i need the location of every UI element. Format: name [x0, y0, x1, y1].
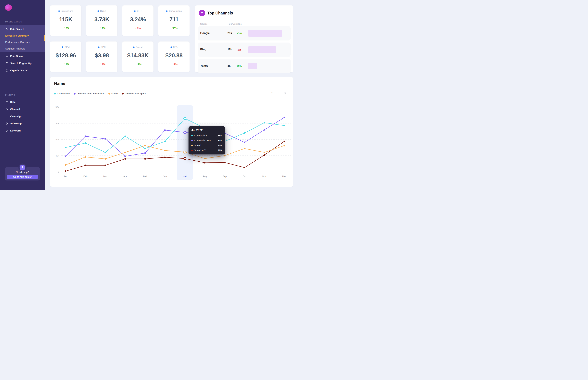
x-axis-label-oct[interactable]: Oct: [243, 175, 246, 178]
channel-bar: [248, 46, 276, 53]
data-point[interactable]: [204, 158, 206, 159]
data-point[interactable]: [124, 135, 126, 137]
data-point[interactable]: [144, 158, 146, 160]
sidebar-item-ad-group[interactable]: Ad Group: [0, 120, 45, 127]
data-point[interactable]: [164, 150, 166, 151]
tooltip-row-spend: Spend85K: [191, 144, 222, 147]
x-axis-label-mar[interactable]: Mar: [103, 175, 107, 178]
x-axis-label-dec[interactable]: Dec: [282, 175, 286, 178]
data-point[interactable]: [204, 162, 206, 163]
legend-item-previous-year-conversions[interactable]: Previous Year Conversions: [74, 92, 104, 95]
data-point[interactable]: [244, 148, 245, 149]
series-line-previous-year-spend: [65, 141, 284, 171]
data-point[interactable]: [104, 165, 106, 166]
data-point[interactable]: [164, 141, 166, 142]
sort-down-icon[interactable]: ↓: [277, 91, 279, 95]
data-point[interactable]: [244, 142, 245, 143]
legend-item-spend[interactable]: Spend: [108, 92, 118, 95]
x-axis-label-aug[interactable]: Aug: [203, 175, 207, 178]
question-icon[interactable]: ?: [19, 165, 25, 171]
data-point[interactable]: [85, 165, 86, 166]
data-point[interactable]: [284, 141, 285, 142]
data-point[interactable]: [85, 156, 86, 158]
sidebar-item-keyword[interactable]: Keyword: [0, 127, 45, 134]
sidebar-group-label: Paid Search: [10, 28, 24, 31]
x-axis-label-feb[interactable]: Feb: [83, 175, 87, 178]
sidebar-item-channel[interactable]: Channel: [0, 106, 45, 113]
data-point[interactable]: [264, 122, 265, 123]
data-point[interactable]: [284, 117, 285, 118]
x-axis-label-jan[interactable]: Jan: [64, 175, 67, 178]
x-axis-label-apr[interactable]: Apr: [123, 175, 127, 178]
data-point[interactable]: [104, 152, 106, 153]
trend-arrow-icon: ↓: [62, 63, 64, 66]
tooltip-dot-icon: [191, 135, 193, 136]
sidebar-item-segment-analysis[interactable]: Segment Analysis: [0, 45, 45, 52]
data-point[interactable]: [244, 167, 245, 168]
x-axis-label-sep[interactable]: Sep: [223, 175, 227, 178]
data-point[interactable]: [85, 135, 86, 137]
app-logo[interactable]: im: [5, 4, 12, 11]
line-chart[interactable]: 200k150k100k50k0JanFebMarAprMeiJunJulAug…: [50, 98, 293, 186]
channel-row-google[interactable]: Google21k+3%: [198, 26, 291, 40]
data-point[interactable]: [284, 145, 285, 147]
x-axis-label-nov[interactable]: Nov: [262, 175, 266, 178]
data-point[interactable]: [164, 129, 166, 131]
data-point-highlight[interactable]: [184, 151, 186, 153]
sidebar-item-paid-social[interactable]: Paid Social: [0, 53, 45, 60]
chart-toolbar: ↑ ↓: [271, 91, 287, 95]
data-point[interactable]: [65, 164, 66, 166]
metric-label: Clicks: [86, 10, 117, 12]
sidebar-item-campaign[interactable]: Campaign: [0, 113, 45, 120]
metric-delta: ↓ 12%: [50, 63, 81, 66]
data-point[interactable]: [164, 156, 166, 158]
sidebar-item-date[interactable]: Date: [0, 98, 45, 106]
chat-icon: [5, 62, 8, 65]
x-axis-label-jul[interactable]: Jul: [183, 175, 187, 178]
tooltip-label: Spend: [194, 144, 216, 147]
channel-row-bing[interactable]: Bing11k-1%: [198, 42, 291, 57]
data-point[interactable]: [224, 162, 226, 163]
metric-delta: ↑ 13%: [50, 27, 81, 30]
active-item-indicator: [44, 35, 45, 41]
data-point[interactable]: [104, 158, 106, 160]
channel-bar: [248, 63, 257, 69]
data-point[interactable]: [144, 148, 146, 149]
data-point[interactable]: [85, 142, 86, 144]
data-point[interactable]: [124, 155, 126, 157]
data-point[interactable]: [104, 138, 106, 140]
channel-row-yahoo[interactable]: Yahoo8k+9%: [198, 59, 291, 73]
data-point[interactable]: [144, 145, 146, 147]
data-point[interactable]: [284, 125, 285, 126]
data-point[interactable]: [124, 152, 126, 153]
data-point-highlight[interactable]: [184, 157, 186, 160]
legend-item-conversions[interactable]: Conversions: [54, 92, 70, 95]
metric-card-cpa: CPA$20.88↑ 12%: [158, 41, 190, 72]
metric-label: Impressions: [50, 10, 81, 12]
data-point[interactable]: [124, 158, 126, 160]
data-point[interactable]: [65, 147, 66, 148]
data-point[interactable]: [264, 129, 265, 131]
data-point[interactable]: [224, 155, 226, 156]
data-point[interactable]: [244, 132, 245, 134]
data-point-highlight[interactable]: [184, 117, 186, 120]
data-point[interactable]: [144, 152, 146, 154]
sidebar-item-performance-overview[interactable]: Performance Overview: [0, 39, 45, 45]
pie-chart-icon: [199, 10, 205, 16]
sidebar-item-paid-search[interactable]: Paid Search: [0, 26, 45, 33]
x-axis-label-mei[interactable]: Mei: [143, 175, 147, 178]
sidebar-item-executive-summary[interactable]: Executive Summary: [0, 33, 45, 39]
sidebar-item-search-engine-opt-[interactable]: Search Engine Opt.: [0, 60, 45, 67]
data-point-highlight[interactable]: [184, 131, 186, 133]
legend-dot-icon: [54, 93, 56, 95]
gear-icon[interactable]: [284, 91, 287, 95]
sidebar-item-organic-social[interactable]: Organic Social: [0, 67, 45, 74]
help-center-button[interactable]: Go to help center: [7, 175, 38, 179]
sort-up-icon[interactable]: ↑: [271, 91, 273, 95]
data-point[interactable]: [264, 152, 265, 153]
legend-item-previous-year-spend[interactable]: Previous Year Spend: [122, 92, 146, 95]
data-point[interactable]: [65, 171, 66, 172]
data-point[interactable]: [65, 155, 66, 157]
x-axis-label-jun[interactable]: Jun: [163, 175, 167, 178]
data-point[interactable]: [264, 154, 265, 156]
